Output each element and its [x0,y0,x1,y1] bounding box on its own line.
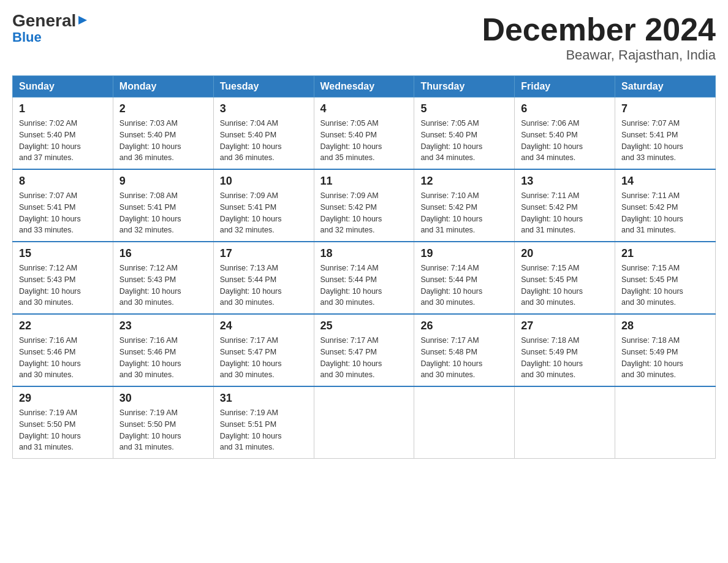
header-sunday: Sunday [13,76,113,98]
day-number: 24 [220,320,308,332]
calendar-day-cell: 25 Sunrise: 7:17 AMSunset: 5:47 PMDaylig… [314,314,414,386]
day-number: 28 [621,320,709,332]
day-info: Sunrise: 7:16 AMSunset: 5:46 PMDaylight:… [119,336,181,379]
day-number: 4 [320,102,408,115]
day-info: Sunrise: 7:09 AMSunset: 5:41 PMDaylight:… [220,191,282,234]
day-info: Sunrise: 7:15 AMSunset: 5:45 PMDaylight:… [621,264,683,307]
day-number: 30 [119,392,207,405]
calendar-day-cell: 18 Sunrise: 7:14 AMSunset: 5:44 PMDaylig… [314,242,414,314]
calendar-week-row: 29 Sunrise: 7:19 AMSunset: 5:50 PMDaylig… [13,386,716,459]
logo-triangle-icon [77,15,88,26]
day-number: 26 [420,320,508,332]
header-wednesday: Wednesday [314,76,414,98]
day-info: Sunrise: 7:14 AMSunset: 5:44 PMDaylight:… [420,264,482,307]
day-number: 8 [19,175,107,188]
day-number: 20 [521,247,609,260]
day-info: Sunrise: 7:07 AMSunset: 5:41 PMDaylight:… [19,191,81,234]
header-thursday: Thursday [414,76,515,98]
day-info: Sunrise: 7:03 AMSunset: 5:40 PMDaylight:… [119,119,181,162]
calendar-header-row: SundayMondayTuesdayWednesdayThursdayFrid… [13,76,716,98]
calendar-week-row: 1 Sunrise: 7:02 AMSunset: 5:40 PMDayligh… [13,98,716,170]
logo-general: General [12,12,76,29]
day-info: Sunrise: 7:11 AMSunset: 5:42 PMDaylight:… [621,191,683,234]
calendar-week-row: 8 Sunrise: 7:07 AMSunset: 5:41 PMDayligh… [13,169,716,242]
day-info: Sunrise: 7:15 AMSunset: 5:45 PMDaylight:… [521,264,583,307]
calendar-day-cell: 10 Sunrise: 7:09 AMSunset: 5:41 PMDaylig… [213,169,314,242]
calendar-day-cell: 26 Sunrise: 7:17 AMSunset: 5:48 PMDaylig… [414,314,515,386]
page-header: General Blue December 2024 Beawar, Rajas… [12,12,716,63]
day-info: Sunrise: 7:06 AMSunset: 5:40 PMDaylight:… [521,119,583,162]
calendar-day-cell [615,386,716,459]
calendar-day-cell: 27 Sunrise: 7:18 AMSunset: 5:49 PMDaylig… [515,314,615,386]
day-info: Sunrise: 7:11 AMSunset: 5:42 PMDaylight:… [521,191,583,234]
calendar-day-cell: 2 Sunrise: 7:03 AMSunset: 5:40 PMDayligh… [113,98,213,170]
day-number: 21 [621,247,709,260]
day-info: Sunrise: 7:17 AMSunset: 5:47 PMDaylight:… [320,336,382,379]
day-info: Sunrise: 7:18 AMSunset: 5:49 PMDaylight:… [521,336,583,379]
day-number: 27 [521,320,609,332]
day-number: 17 [220,247,308,260]
day-number: 11 [320,175,408,188]
calendar-day-cell: 20 Sunrise: 7:15 AMSunset: 5:45 PMDaylig… [515,242,615,314]
calendar-day-cell: 19 Sunrise: 7:14 AMSunset: 5:44 PMDaylig… [414,242,515,314]
calendar-day-cell: 14 Sunrise: 7:11 AMSunset: 5:42 PMDaylig… [615,169,716,242]
calendar-day-cell [314,386,414,459]
svg-marker-0 [78,16,87,25]
day-info: Sunrise: 7:18 AMSunset: 5:49 PMDaylight:… [621,336,683,379]
day-number: 13 [521,175,609,188]
day-number: 18 [320,247,408,260]
day-number: 15 [19,247,107,260]
day-info: Sunrise: 7:19 AMSunset: 5:51 PMDaylight:… [220,408,282,451]
month-title: December 2024 [482,12,716,47]
day-number: 9 [119,175,207,188]
day-info: Sunrise: 7:09 AMSunset: 5:42 PMDaylight:… [320,191,382,234]
day-info: Sunrise: 7:10 AMSunset: 5:42 PMDaylight:… [420,191,482,234]
calendar-day-cell: 1 Sunrise: 7:02 AMSunset: 5:40 PMDayligh… [13,98,113,170]
day-number: 12 [420,175,508,188]
calendar-day-cell: 29 Sunrise: 7:19 AMSunset: 5:50 PMDaylig… [13,386,113,459]
day-number: 23 [119,320,207,332]
calendar-day-cell: 28 Sunrise: 7:18 AMSunset: 5:49 PMDaylig… [615,314,716,386]
day-number: 19 [420,247,508,260]
calendar-week-row: 15 Sunrise: 7:12 AMSunset: 5:43 PMDaylig… [13,242,716,314]
calendar-day-cell: 5 Sunrise: 7:05 AMSunset: 5:40 PMDayligh… [414,98,515,170]
day-info: Sunrise: 7:12 AMSunset: 5:43 PMDaylight:… [19,264,81,307]
logo: General Blue [12,12,88,45]
day-number: 2 [119,102,207,115]
calendar-day-cell: 17 Sunrise: 7:13 AMSunset: 5:44 PMDaylig… [213,242,314,314]
day-info: Sunrise: 7:07 AMSunset: 5:41 PMDaylight:… [621,119,683,162]
day-number: 1 [19,102,107,115]
calendar-day-cell: 11 Sunrise: 7:09 AMSunset: 5:42 PMDaylig… [314,169,414,242]
day-number: 6 [521,102,609,115]
day-number: 7 [621,102,709,115]
day-info: Sunrise: 7:17 AMSunset: 5:48 PMDaylight:… [420,336,482,379]
day-info: Sunrise: 7:19 AMSunset: 5:50 PMDaylight:… [19,408,81,451]
day-info: Sunrise: 7:02 AMSunset: 5:40 PMDaylight:… [19,119,81,162]
day-number: 22 [19,320,107,332]
header-saturday: Saturday [615,76,716,98]
calendar-day-cell: 9 Sunrise: 7:08 AMSunset: 5:41 PMDayligh… [113,169,213,242]
header-monday: Monday [113,76,213,98]
calendar-week-row: 22 Sunrise: 7:16 AMSunset: 5:46 PMDaylig… [13,314,716,386]
day-number: 5 [420,102,508,115]
calendar-day-cell: 8 Sunrise: 7:07 AMSunset: 5:41 PMDayligh… [13,169,113,242]
day-number: 31 [220,392,308,405]
day-info: Sunrise: 7:12 AMSunset: 5:43 PMDaylight:… [119,264,181,307]
day-info: Sunrise: 7:14 AMSunset: 5:44 PMDaylight:… [320,264,382,307]
calendar-day-cell [515,386,615,459]
calendar-table: SundayMondayTuesdayWednesdayThursdayFrid… [12,75,716,459]
calendar-day-cell: 31 Sunrise: 7:19 AMSunset: 5:51 PMDaylig… [213,386,314,459]
calendar-day-cell: 22 Sunrise: 7:16 AMSunset: 5:46 PMDaylig… [13,314,113,386]
calendar-day-cell: 3 Sunrise: 7:04 AMSunset: 5:40 PMDayligh… [213,98,314,170]
day-number: 29 [19,392,107,405]
calendar-day-cell: 6 Sunrise: 7:06 AMSunset: 5:40 PMDayligh… [515,98,615,170]
calendar-day-cell: 13 Sunrise: 7:11 AMSunset: 5:42 PMDaylig… [515,169,615,242]
day-info: Sunrise: 7:19 AMSunset: 5:50 PMDaylight:… [119,408,181,451]
calendar-day-cell: 21 Sunrise: 7:15 AMSunset: 5:45 PMDaylig… [615,242,716,314]
day-info: Sunrise: 7:04 AMSunset: 5:40 PMDaylight:… [220,119,282,162]
calendar-day-cell: 30 Sunrise: 7:19 AMSunset: 5:50 PMDaylig… [113,386,213,459]
calendar-day-cell: 15 Sunrise: 7:12 AMSunset: 5:43 PMDaylig… [13,242,113,314]
calendar-day-cell: 12 Sunrise: 7:10 AMSunset: 5:42 PMDaylig… [414,169,515,242]
calendar-day-cell [414,386,515,459]
logo-blue: Blue [12,29,42,45]
